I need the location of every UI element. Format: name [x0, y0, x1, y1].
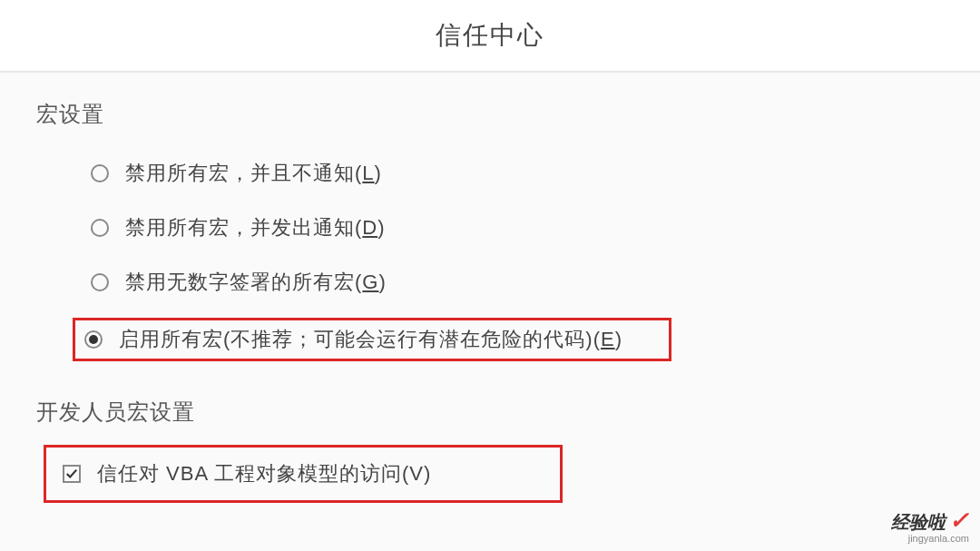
watermark-text: 经验啦: [891, 513, 946, 531]
radio-icon: [91, 273, 109, 291]
macro-radio-group: 禁用所有宏，并且不通知(L) 禁用所有宏，并发出通知(D) 禁用无数字签署的所有…: [82, 154, 944, 361]
radio-disable-unsigned[interactable]: 禁用无数字签署的所有宏(G): [82, 263, 944, 301]
radio-label: 禁用无数字签署的所有宏(G): [125, 269, 387, 296]
radio-label: 禁用所有宏，并且不通知(L): [125, 160, 382, 187]
developer-checkbox-group: 信任对 VBA 工程对象模型的访问(V): [44, 445, 944, 503]
radio-disable-no-notify[interactable]: 禁用所有宏，并且不通知(L): [82, 154, 944, 192]
checkbox-trust-vba[interactable]: 信任对 VBA 工程对象模型的访问(V): [44, 445, 563, 503]
watermark: 经验啦 ✓ jingyanla.com: [891, 508, 969, 544]
checkbox-label: 信任对 VBA 工程对象模型的访问(V): [97, 460, 431, 487]
radio-label: 禁用所有宏，并发出通知(D): [125, 214, 386, 241]
radio-label: 启用所有宏(不推荐；可能会运行有潜在危险的代码)(E): [119, 326, 622, 353]
dialog-content: 宏设置 禁用所有宏，并且不通知(L) 禁用所有宏，并发出通知(D) 禁用无数字签…: [0, 73, 980, 530]
check-icon: [65, 467, 78, 480]
radio-icon: [91, 164, 109, 182]
radio-icon: [91, 219, 109, 237]
watermark-check-icon: ✓: [949, 508, 969, 532]
radio-disable-with-notify[interactable]: 禁用所有宏，并发出通知(D): [82, 209, 944, 247]
radio-enable-all[interactable]: 启用所有宏(不推荐；可能会运行有潜在危险的代码)(E): [73, 318, 671, 361]
watermark-url: jingyanla.com: [891, 534, 969, 544]
dialog-title: 信任中心: [0, 0, 980, 73]
developer-settings-title: 开发人员宏设置: [36, 398, 944, 427]
checkbox-icon-checked: [63, 465, 81, 483]
radio-icon-selected: [84, 330, 103, 349]
macro-settings-title: 宏设置: [36, 100, 944, 129]
